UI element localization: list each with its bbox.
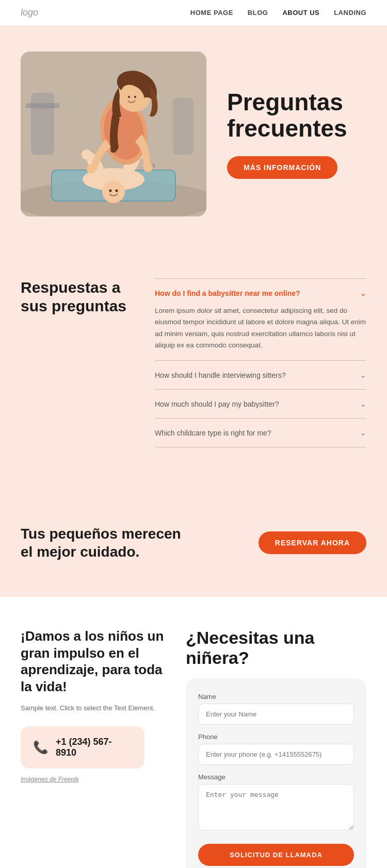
freepik-credit[interactable]: Imágenes de Freepik: [21, 776, 165, 783]
faq-question-text-1: How do I find a babysitter near me onlin…: [155, 289, 300, 297]
phone-field-group: Phone: [198, 733, 354, 765]
message-label: Message: [198, 773, 354, 781]
faq-question-3[interactable]: How much should I pay my babysitter? ⌄: [155, 399, 366, 409]
hero-illustration: [21, 52, 206, 216]
cta-banner: Tus pequeños merecen el mejor cuidado. R…: [0, 489, 387, 597]
faq-item-2: How should I handle interviewing sitters…: [155, 361, 366, 390]
logo: logo: [21, 7, 38, 18]
phone-number: +1 (234) 567-8910: [56, 737, 132, 758]
nav-home[interactable]: HOME PAGE: [190, 9, 233, 16]
faq-item-3: How much should I pay my babysitter? ⌄: [155, 390, 366, 419]
svg-point-16: [134, 96, 136, 98]
faq-question-2[interactable]: How should I handle interviewing sitters…: [155, 370, 366, 380]
chevron-down-icon-3: ⌄: [360, 399, 366, 409]
contact-section: ¡Damos a los niños un gran impulso en el…: [0, 597, 387, 868]
contact-form: Name Phone Message SOLICITUD DE LLAMADA: [186, 678, 366, 868]
contact-left-desc: Sample text. Click to select the Text El…: [21, 703, 165, 714]
navbar: logo HOME PAGE BLOG ABOUT US LANDING: [0, 0, 387, 26]
svg-point-10: [109, 190, 112, 192]
faq-question-text-4: Which childcare type is right for me?: [155, 429, 271, 437]
svg-point-9: [102, 180, 125, 203]
svg-rect-21: [26, 103, 59, 108]
faq-section-title: Respuestas a sus preguntas: [21, 278, 134, 315]
chevron-down-icon-4: ⌄: [360, 428, 366, 438]
faq-item-4: Which childcare type is right for me? ⌄: [155, 419, 366, 447]
faq-item-1: How do I find a babysitter near me onlin…: [155, 278, 366, 361]
chevron-down-icon-2: ⌄: [360, 370, 366, 380]
name-field-group: Name: [198, 693, 354, 725]
cta-button[interactable]: RESERVAR AHORA: [259, 531, 366, 554]
phone-label: Phone: [198, 733, 354, 741]
phone-card: 📞 +1 (234) 567-8910: [21, 726, 144, 769]
message-field-group: Message: [198, 773, 354, 832]
svg-rect-22: [173, 98, 194, 155]
message-textarea[interactable]: [198, 784, 354, 830]
hero-text-block: Preguntas frecuentes MÁS INFORMACIÓN: [227, 89, 366, 178]
svg-point-18: [87, 164, 96, 174]
hero-title: Preguntas frecuentes: [227, 89, 366, 141]
nav-blog[interactable]: BLOG: [248, 9, 268, 16]
faq-question-text-3: How much should I pay my babysitter?: [155, 400, 279, 408]
hero-cta-button[interactable]: MÁS INFORMACIÓN: [227, 156, 337, 179]
name-label: Name: [198, 693, 354, 700]
svg-point-15: [128, 96, 130, 98]
phone-input[interactable]: [198, 744, 354, 765]
cta-title: Tus pequeños merecen el mejor cuidado.: [21, 525, 186, 561]
svg-rect-20: [31, 93, 54, 155]
hero-image: [21, 52, 206, 216]
faq-question-text-2: How should I handle interviewing sitters…: [155, 371, 286, 379]
faq-answer-1: Lorem ipsum dolor sit amet, consectetur …: [155, 305, 366, 351]
nav-links: HOME PAGE BLOG ABOUT US LANDING: [190, 9, 366, 16]
svg-point-11: [116, 190, 118, 192]
nav-landing[interactable]: LANDING: [334, 9, 366, 16]
faq-section: Respuestas a sus preguntas How do I find…: [0, 247, 387, 489]
nav-about[interactable]: ABOUT US: [282, 9, 319, 16]
submit-button[interactable]: SOLICITUD DE LLAMADA: [198, 844, 354, 866]
phone-icon: 📞: [33, 740, 49, 755]
name-input[interactable]: [198, 704, 354, 725]
contact-left: ¡Damos a los niños un gran impulso en el…: [21, 628, 165, 783]
faq-list: How do I find a babysitter near me onlin…: [155, 278, 366, 447]
faq-question-1[interactable]: How do I find a babysitter near me onlin…: [155, 288, 366, 298]
faq-left-panel: Respuestas a sus preguntas: [21, 278, 134, 447]
svg-point-19: [143, 163, 153, 172]
chevron-down-icon-1: ⌄: [360, 288, 366, 298]
contact-left-title: ¡Damos a los niños un gran impulso en el…: [21, 628, 165, 695]
faq-question-4[interactable]: Which childcare type is right for me? ⌄: [155, 428, 366, 438]
hero-section: Preguntas frecuentes MÁS INFORMACIÓN: [0, 26, 387, 247]
contact-form-title: ¿Necesitas una niñera?: [186, 628, 366, 668]
svg-point-7: [82, 149, 92, 160]
contact-right: ¿Necesitas una niñera? Name Phone Messag…: [186, 628, 366, 868]
